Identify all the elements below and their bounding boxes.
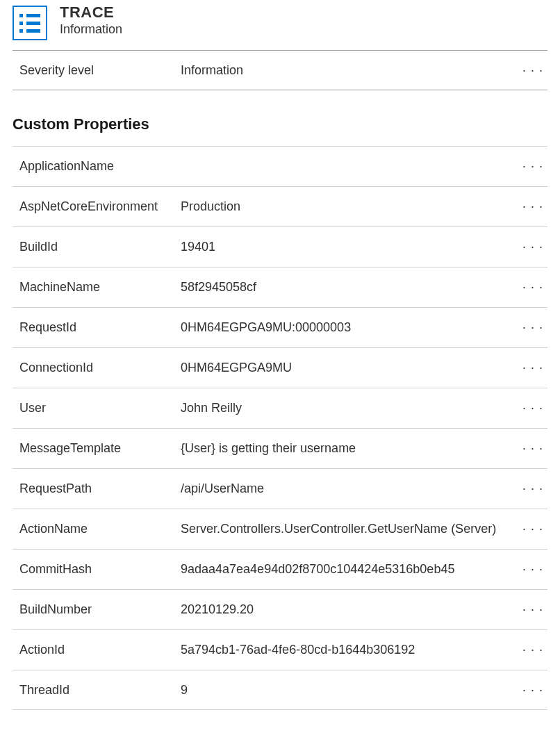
ellipsis-icon[interactable]: · · ·: [522, 63, 543, 78]
property-value: John Reilly: [181, 399, 522, 416]
property-row: CommitHash9adaa4a7ea4e94d02f8700c104424e…: [13, 549, 547, 589]
property-value: /api/UserName: [181, 480, 522, 497]
property-row: ActionId5a794cb1-76ad-4fe6-80cd-b1644b30…: [13, 629, 547, 670]
ellipsis-icon[interactable]: · · ·: [522, 562, 543, 577]
ellipsis-icon[interactable]: · · ·: [522, 643, 543, 657]
property-value: {User} is getting their username: [181, 440, 522, 456]
trace-header: TRACE Information: [13, 0, 547, 50]
property-label: RequestId: [19, 319, 181, 336]
ellipsis-icon[interactable]: · · ·: [522, 240, 543, 254]
custom-properties-title: Custom Properties: [13, 115, 547, 133]
property-row: AspNetCoreEnvironmentProduction· · ·: [13, 186, 547, 226]
ellipsis-icon[interactable]: · · ·: [522, 159, 543, 174]
property-row: BuildNumber20210129.20· · ·: [13, 589, 547, 629]
ellipsis-icon[interactable]: · · ·: [522, 481, 543, 496]
property-row: BuildId19401· · ·: [13, 226, 547, 267]
property-label: ThreadId: [19, 682, 181, 698]
property-label: BuildId: [19, 238, 181, 255]
property-row: RequestId0HM64EGPGA9MU:00000003· · ·: [13, 307, 547, 347]
ellipsis-icon[interactable]: · · ·: [522, 683, 543, 698]
property-value: 9: [181, 682, 522, 698]
ellipsis-icon[interactable]: · · ·: [522, 602, 543, 617]
property-label: ActionId: [19, 641, 181, 658]
property-value: 20210129.20: [181, 601, 522, 618]
property-value: 0HM64EGPGA9MU: [181, 359, 522, 376]
property-value: Server.Controllers.UserController.GetUse…: [181, 520, 522, 537]
property-row: ThreadId9· · ·: [13, 670, 547, 710]
ellipsis-icon[interactable]: · · ·: [522, 199, 543, 214]
property-row: MachineName58f2945058cf· · ·: [13, 267, 547, 307]
property-label: AspNetCoreEnvironment: [19, 198, 181, 215]
severity-value: Information: [181, 62, 522, 79]
ellipsis-icon[interactable]: · · ·: [522, 320, 543, 335]
property-value: 0HM64EGPGA9MU:00000003: [181, 319, 522, 336]
trace-subtitle: Information: [60, 22, 122, 37]
property-label: MessageTemplate: [19, 440, 181, 456]
property-value: 5a794cb1-76ad-4fe6-80cd-b1644b306192: [181, 641, 522, 658]
property-label: ApplicationName: [19, 158, 181, 174]
property-label: CommitHash: [19, 561, 181, 577]
property-label: MachineName: [19, 279, 181, 295]
property-row: MessageTemplate{User} is getting their u…: [13, 428, 547, 468]
property-row: ApplicationName· · ·: [13, 146, 547, 186]
ellipsis-icon[interactable]: · · ·: [522, 401, 543, 415]
custom-properties-table: ApplicationName· · ·AspNetCoreEnvironmen…: [13, 146, 547, 710]
severity-row: Severity level Information · · ·: [13, 50, 547, 90]
property-label: ActionName: [19, 520, 181, 537]
property-label: User: [19, 399, 181, 416]
property-row: ActionNameServer.Controllers.UserControl…: [13, 509, 547, 549]
ellipsis-icon[interactable]: · · ·: [522, 522, 543, 536]
property-label: RequestPath: [19, 480, 181, 497]
property-row: UserJohn Reilly· · ·: [13, 388, 547, 428]
severity-label: Severity level: [19, 62, 181, 79]
property-label: BuildNumber: [19, 601, 181, 618]
trace-list-icon: [13, 6, 47, 40]
property-value: 58f2945058cf: [181, 279, 522, 295]
property-row: RequestPath/api/UserName· · ·: [13, 468, 547, 509]
trace-title: TRACE: [60, 4, 122, 21]
property-label: ConnectionId: [19, 359, 181, 376]
property-value: Production: [181, 198, 522, 215]
property-value: 19401: [181, 238, 522, 255]
ellipsis-icon[interactable]: · · ·: [522, 280, 543, 295]
ellipsis-icon[interactable]: · · ·: [522, 441, 543, 456]
property-row: ConnectionId0HM64EGPGA9MU· · ·: [13, 347, 547, 388]
ellipsis-icon[interactable]: · · ·: [522, 361, 543, 375]
property-value: 9adaa4a7ea4e94d02f8700c104424e5316b0eb45: [181, 561, 522, 577]
severity-table: Severity level Information · · ·: [13, 50, 547, 90]
